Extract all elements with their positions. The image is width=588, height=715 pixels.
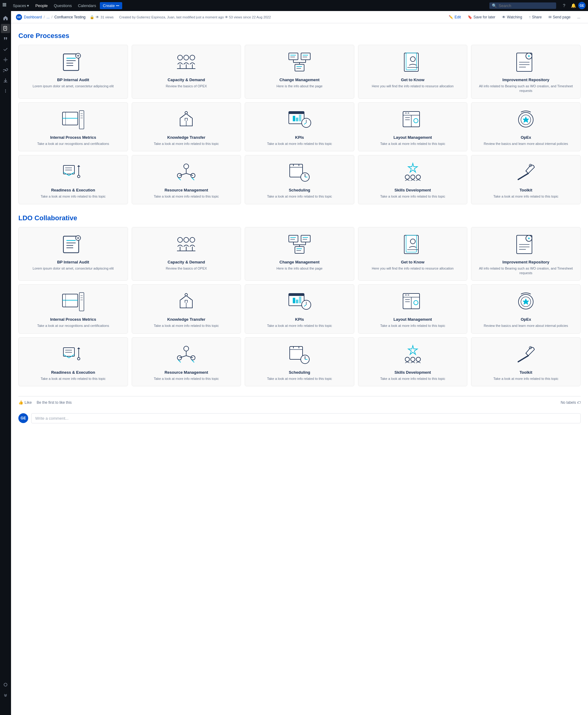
- notifications-button[interactable]: 🔔: [569, 1, 578, 10]
- sidebar-settings[interactable]: [1, 55, 10, 64]
- breadcrumb-parent[interactable]: ...: [46, 15, 49, 19]
- card-toolkit-1[interactable]: Toolkit Take a look at more info related…: [471, 155, 581, 204]
- card-change-management-2[interactable]: Change Management Here is the info about…: [245, 227, 354, 281]
- card-title-kpis-2: KPIs: [295, 317, 304, 322]
- card-readiness-2[interactable]: Readiness & Execution Take a look at mor…: [18, 337, 128, 386]
- like-button[interactable]: 👍 Like: [18, 400, 32, 405]
- card-icon-bp-internal-audit-2: [58, 232, 88, 257]
- nav-people[interactable]: People: [33, 2, 50, 9]
- card-title-capacity-demand-2: Capacity & Demand: [168, 260, 205, 264]
- sidebar-more[interactable]: [1, 86, 10, 96]
- card-title-improvement-repo-2: Improvement Repository: [503, 260, 549, 264]
- send-page-button[interactable]: ✉ Send page: [546, 14, 573, 21]
- nav-questions[interactable]: Questions: [51, 2, 75, 9]
- card-title-skills-dev-2: Skills Development: [395, 370, 431, 375]
- card-knowledge-transfer-1[interactable]: Knowledge Transfer Take a look at more i…: [132, 102, 241, 151]
- svg-rect-195: [290, 346, 302, 359]
- card-opex-2[interactable]: OpEx Review the basics and learn more ab…: [471, 284, 581, 333]
- card-opex-1[interactable]: OpEx Review the basics and learn more ab…: [471, 102, 581, 151]
- user-avatar[interactable]: GE: [578, 2, 586, 9]
- sidebar-quotes[interactable]: [1, 34, 10, 43]
- card-bp-internal-audit-2[interactable]: BP Internal Audit Lorem ipsum dolor sit …: [18, 227, 128, 281]
- card-title-change-management-2: Change Management: [280, 260, 320, 264]
- card-change-management-1[interactable]: Change Management Here is the info about…: [245, 45, 354, 99]
- svg-line-194: [192, 360, 194, 362]
- card-desc-scheduling-2: Take a look at more info related to this…: [267, 376, 332, 381]
- card-get-to-know-2[interactable]: Get to Know Here you will find the info …: [358, 227, 468, 281]
- sidebar-expand[interactable]: [1, 691, 10, 700]
- create-button[interactable]: Create •••: [100, 2, 123, 9]
- svg-point-108: [411, 175, 415, 179]
- svg-point-160: [185, 293, 187, 296]
- help-button[interactable]: ?: [560, 1, 568, 10]
- card-get-to-know-1[interactable]: Get to Know Here you will find the info …: [358, 45, 468, 99]
- card-kpis-2[interactable]: KPIs Take a look at more info related to…: [245, 284, 354, 333]
- sidebar-home[interactable]: [1, 14, 10, 23]
- comment-input[interactable]: Write a comment...: [31, 413, 581, 423]
- more-actions-button[interactable]: ...: [574, 14, 583, 21]
- card-desc-toolkit-2: Take a look at more info related to this…: [493, 376, 558, 381]
- card-capacity-demand-1[interactable]: Capacity & Demand Review the basics of O…: [132, 45, 241, 99]
- card-knowledge-transfer-2[interactable]: Knowledge Transfer Take a look at more i…: [132, 284, 241, 333]
- svg-point-204: [411, 357, 415, 362]
- nav-calendars[interactable]: Calendars: [75, 2, 98, 9]
- card-icon-knowledge-transfer-2: [171, 289, 202, 314]
- card-icon-layout-mgmt-2: [398, 289, 428, 314]
- card-skills-dev-1[interactable]: Skills Development Take a look at more i…: [358, 155, 468, 204]
- svg-line-206: [518, 356, 528, 362]
- svg-point-26: [184, 55, 189, 60]
- card-layout-mgmt-1[interactable]: Layout Management Take a look at more in…: [358, 102, 468, 151]
- svg-rect-142: [404, 235, 418, 254]
- card-title-skills-dev-1: Skills Development: [395, 188, 431, 192]
- breadcrumb-dashboard[interactable]: Dashboard: [24, 15, 42, 19]
- search-bar[interactable]: 🔍: [489, 2, 556, 9]
- sidebar-export[interactable]: [1, 76, 10, 85]
- watch-icon[interactable]: 👁: [96, 15, 99, 19]
- sidebar-tasks[interactable]: [1, 45, 10, 54]
- card-title-readiness-1: Readiness & Execution: [51, 188, 95, 192]
- card-bp-internal-audit-1[interactable]: BP Internal Audit Lorem ipsum dolor sit …: [18, 45, 128, 99]
- card-kpis-1[interactable]: KPIs Take a look at more info related to…: [245, 102, 354, 151]
- sidebar-circle-btn[interactable]: [1, 680, 10, 689]
- card-scheduling-2[interactable]: Scheduling Take a look at more info rela…: [245, 337, 354, 386]
- share-button[interactable]: ↑ Share: [526, 14, 545, 21]
- breadcrumb-user-avatar: GE: [16, 14, 22, 20]
- card-toolkit-2[interactable]: Toolkit Take a look at more info related…: [471, 337, 581, 386]
- svg-rect-169: [299, 297, 301, 303]
- card-improvement-repo-2[interactable]: Improvement Repository All info related …: [471, 227, 581, 281]
- card-scheduling-1[interactable]: Scheduling Take a look at more info rela…: [245, 155, 354, 204]
- watching-button[interactable]: 👁 Watching: [499, 14, 525, 21]
- card-internal-process-1[interactable]: Internal Process Metrics Take a look at …: [18, 102, 128, 151]
- search-input[interactable]: [499, 3, 554, 8]
- nav-spaces[interactable]: Spaces ▾: [10, 2, 31, 9]
- card-skills-dev-2[interactable]: Skills Development Take a look at more i…: [358, 337, 468, 386]
- card-resource-mgmt-1[interactable]: Resource Management Take a look at more …: [132, 155, 241, 204]
- svg-line-110: [518, 173, 528, 180]
- card-improvement-repo-1[interactable]: Improvement Repository All info related …: [471, 45, 581, 99]
- card-title-readiness-2: Readiness & Execution: [51, 370, 95, 375]
- card-icon-get-to-know-2: [398, 232, 428, 257]
- sidebar-link[interactable]: [1, 65, 10, 75]
- card-title-layout-mgmt-1: Layout Management: [394, 135, 432, 140]
- sidebar-pages[interactable]: [1, 24, 10, 33]
- svg-point-27: [190, 55, 195, 60]
- edit-button[interactable]: ✏️ Edit: [446, 14, 464, 21]
- card-internal-process-2[interactable]: Internal Process Metrics Take a look at …: [18, 284, 128, 333]
- svg-rect-4: [4, 4, 5, 5]
- card-desc-bp-internal-audit-2: Lorem ipsum dolor sit amet, consectetur …: [33, 266, 113, 271]
- card-title-change-management-1: Change Management: [280, 78, 320, 82]
- app-logo[interactable]: [2, 3, 8, 8]
- card-readiness-1[interactable]: Readiness & Execution Take a look at mor…: [18, 155, 128, 204]
- svg-rect-167: [293, 298, 295, 303]
- card-layout-mgmt-2[interactable]: Layout Management Take a look at more in…: [358, 284, 468, 333]
- save-later-button[interactable]: 🔖 Save for later: [465, 14, 498, 21]
- breadcrumb-current: Confluence Testing: [54, 15, 85, 19]
- card-capacity-demand-2[interactable]: Capacity & Demand Review the basics of O…: [132, 227, 241, 281]
- card-title-kpis-1: KPIs: [295, 135, 304, 140]
- svg-line-97: [178, 178, 181, 180]
- svg-rect-34: [295, 64, 304, 71]
- main-content: Core Processes BP Internal Audit Lorem i…: [11, 23, 588, 715]
- card-resource-mgmt-2[interactable]: Resource Management Take a look at more …: [132, 337, 241, 386]
- restrict-icon[interactable]: 🔒: [90, 15, 94, 19]
- comment-area: GE Write a comment...: [18, 413, 581, 423]
